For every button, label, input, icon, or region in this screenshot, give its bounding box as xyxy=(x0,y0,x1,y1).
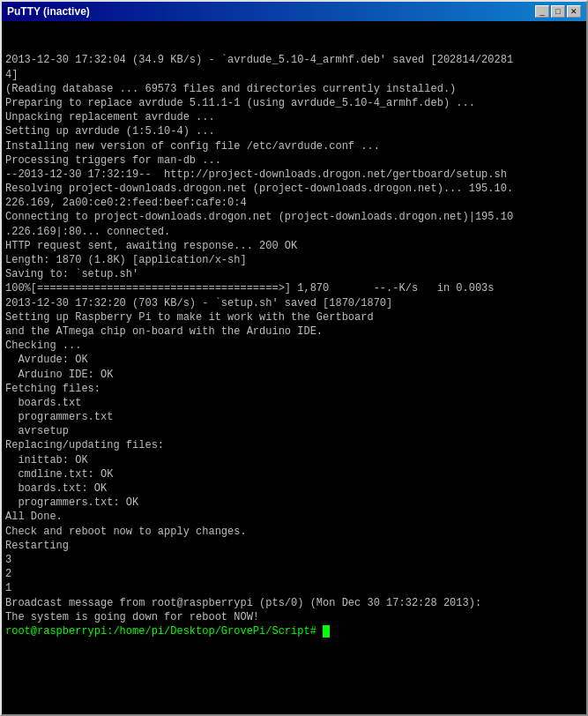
terminal-line: Setting up Raspberry Pi to make it work … xyxy=(5,310,583,324)
terminal-area[interactable]: 2013-12-30 17:32:04 (34.9 KB/s) - `avrdu… xyxy=(2,21,586,714)
terminal-line: Checking ... xyxy=(5,339,583,353)
terminal-line: HTTP request sent, awaiting response... … xyxy=(5,239,583,253)
terminal-prompt: root@raspberrypi:/home/pi/Desktop/GroveP… xyxy=(5,625,323,638)
putty-window: PuTTY (inactive) _ □ ✕ 2013-12-30 17:32:… xyxy=(0,0,588,716)
terminal-line: Check and reboot now to apply changes. xyxy=(5,525,583,539)
terminal-line: and the ATmega chip on-board with the Ar… xyxy=(5,324,583,339)
terminal-line: Arduino IDE: OK xyxy=(5,368,583,382)
terminal-line: programmers.txt: OK xyxy=(5,496,583,510)
terminal-line: Restarting xyxy=(5,539,583,553)
maximize-button[interactable]: □ xyxy=(551,5,565,18)
terminal-line: 226.169, 2a00:ce0:2:feed:beef:cafe:0:4 xyxy=(5,196,583,210)
terminal-cursor xyxy=(323,625,330,638)
terminal-line: Replacing/updating files: xyxy=(5,438,583,452)
title-bar-buttons: _ □ ✕ xyxy=(535,5,581,18)
terminal-line: inittab: OK xyxy=(5,453,583,467)
terminal-line: Avrdude: OK xyxy=(5,353,583,367)
terminal-line: .226.169|:80... connected. xyxy=(5,225,583,239)
terminal-line: Length: 1870 (1.8K) [application/x-sh] xyxy=(5,253,583,267)
terminal-line: Broadcast message from root@raspberrypi … xyxy=(5,596,583,610)
terminal-line: Saving to: `setup.sh' xyxy=(5,267,583,281)
terminal-line: boards.txt: OK xyxy=(5,481,583,496)
terminal-line: Preparing to replace avrdude 5.11.1-1 (u… xyxy=(5,96,583,110)
terminal-line: 3 xyxy=(5,553,583,567)
window-title: PuTTY (inactive) xyxy=(7,5,90,18)
terminal-line: Installing new version of config file /e… xyxy=(5,139,583,153)
minimize-button[interactable]: _ xyxy=(535,5,549,18)
terminal-line: All Done. xyxy=(5,510,583,524)
terminal-line: Processing triggers for man-db ... xyxy=(5,153,583,168)
terminal-line: 100%[===================================… xyxy=(5,281,583,295)
terminal-line: cmdline.txt: OK xyxy=(5,467,583,481)
terminal-line: Connecting to project-downloads.drogon.n… xyxy=(5,210,583,224)
terminal-line: avrsetup xyxy=(5,424,583,438)
terminal-line: 1 xyxy=(5,581,583,595)
terminal-line: boards.txt xyxy=(5,396,583,410)
terminal-line: Unpacking replacement avrdude ... xyxy=(5,110,583,124)
terminal-line: root@raspberrypi:/home/pi/Desktop/GroveP… xyxy=(5,624,583,638)
terminal-line: 2013-12-30 17:32:20 (703 KB/s) - `setup.… xyxy=(5,296,583,310)
title-bar: PuTTY (inactive) _ □ ✕ xyxy=(2,2,586,21)
terminal-line: Setting up avrdude (1:5.10-4) ... xyxy=(5,124,583,138)
terminal-line: 2013-12-30 17:32:04 (34.9 KB/s) - `avrdu… xyxy=(5,53,583,67)
terminal-line: Resolving project-downloads.drogon.net (… xyxy=(5,182,583,196)
terminal-line: 4] xyxy=(5,68,583,82)
terminal-line: --2013-12-30 17:32:19-- http://project-d… xyxy=(5,168,583,182)
terminal-line: Fetching files: xyxy=(5,382,583,396)
close-button[interactable]: ✕ xyxy=(567,5,581,18)
terminal-line: The system is going down for reboot NOW! xyxy=(5,610,583,624)
terminal-line: programmers.txt xyxy=(5,410,583,424)
terminal-content: 2013-12-30 17:32:04 (34.9 KB/s) - `avrdu… xyxy=(5,53,583,638)
terminal-line: 2 xyxy=(5,567,583,581)
terminal-line: (Reading database ... 69573 files and di… xyxy=(5,82,583,96)
